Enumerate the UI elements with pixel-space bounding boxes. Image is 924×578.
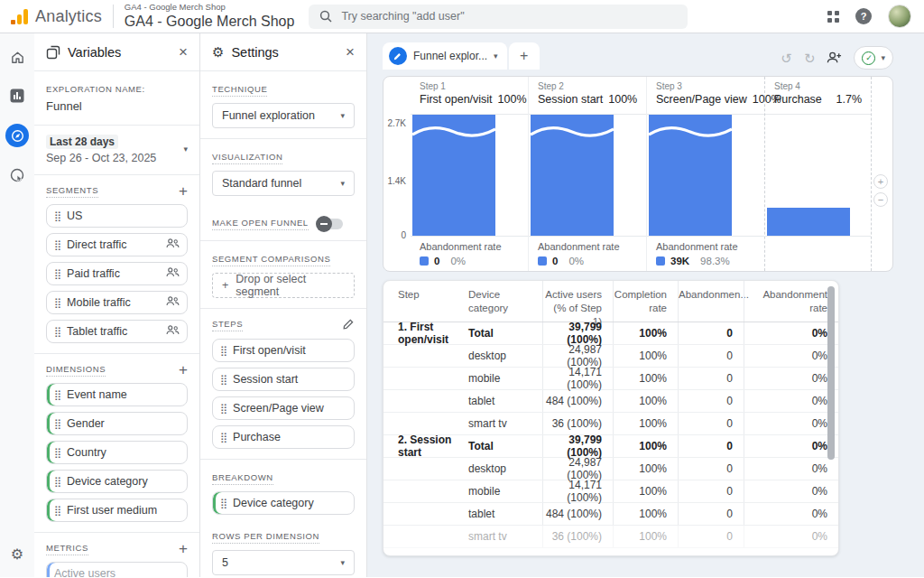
add-metric-button[interactable]: + <box>179 541 188 556</box>
make-open-funnel-toggle[interactable] <box>318 219 343 229</box>
table-column-header[interactable]: Step <box>383 281 468 322</box>
steps-list: ⣿ First open/visit ⣿ Session start ⣿ Scr… <box>212 339 355 449</box>
table-scrollbar[interactable] <box>827 286 835 460</box>
drag-handle-icon[interactable]: ⣿ <box>54 505 60 517</box>
drag-handle-icon[interactable]: ⣿ <box>220 498 226 509</box>
drag-handle-icon[interactable]: ⣿ <box>54 239 60 251</box>
add-segment-button[interactable]: + <box>179 183 188 199</box>
segment-chip[interactable]: ⣿ Tablet traffic <box>46 320 188 343</box>
add-collaborator-icon[interactable] <box>827 51 842 66</box>
metric-chip[interactable]: Active users <box>46 562 188 577</box>
search-input[interactable]: Try searching "add user" <box>309 5 688 29</box>
funnel-step-chip[interactable]: ⣿ Session start <box>212 368 355 391</box>
tab-funnel-exploration[interactable]: Funnel explor... ▾ <box>383 42 507 70</box>
abandonment-value: 0 <box>434 256 439 266</box>
abandonment-value: 39K <box>670 256 689 266</box>
add-tab-button[interactable]: + <box>509 42 540 70</box>
table-row[interactable]: tablet 484 (100%) 100% 0 0% <box>383 503 838 526</box>
help-icon[interactable]: ? <box>855 8 872 24</box>
date-range-selector[interactable]: Last 28 days Sep 26 - Oct 23, 2025 ▾ <box>34 126 199 175</box>
drag-handle-icon[interactable]: ⣿ <box>220 432 226 443</box>
drag-handle-icon[interactable]: ⣿ <box>220 345 226 357</box>
table-row[interactable]: smart tv 36 (100%) 100% 0 0% <box>383 526 838 548</box>
drag-handle-icon[interactable]: ⣿ <box>220 374 226 386</box>
drag-handle-icon[interactable]: ⣿ <box>54 418 60 430</box>
property-selector[interactable]: GA4 - Google Merch Shop GA4 - Google Mer… <box>125 3 295 29</box>
segment-drop-zone[interactable]: + Drop or select segment <box>212 273 355 298</box>
step-name: Session start <box>538 93 603 106</box>
property-name: GA4 - Google Merch Shop <box>125 14 295 30</box>
drag-handle-icon[interactable]: ⣿ <box>54 210 60 222</box>
step-chip-label: Session start <box>233 373 298 386</box>
cell-device-category: tablet <box>468 503 542 525</box>
drag-handle-icon[interactable]: ⣿ <box>54 447 60 459</box>
admin-gear-icon[interactable]: ⚙ <box>11 545 23 563</box>
y-tick-label: 0 <box>401 230 406 240</box>
table-row[interactable]: mobile 14,171 (100%) 100% 0 0% <box>383 368 838 390</box>
advertising-icon[interactable] <box>6 164 28 186</box>
table-row[interactable]: tablet 484 (100%) 100% 0 0% <box>383 390 838 413</box>
segment-chip[interactable]: ⣿ Mobile traffic <box>46 291 188 314</box>
funnel-bar[interactable] <box>531 115 614 236</box>
panel-title: Variables <box>68 45 121 60</box>
funnel-bar[interactable] <box>412 115 495 236</box>
drag-handle-icon[interactable]: ⣿ <box>54 326 60 338</box>
table-row[interactable]: mobile 14,171 (100%) 100% 0 0% <box>383 480 838 503</box>
table-row[interactable]: 2. Session start Total 39,799 (100%) 100… <box>383 435 838 458</box>
breakdown-chip[interactable]: ⣿ Device category <box>212 491 355 515</box>
table-row[interactable]: desktop 24,987 (100%) 100% 0 0% <box>383 345 838 368</box>
apps-grid-icon[interactable] <box>827 11 839 23</box>
table-column-header[interactable]: Active users (% of Step 1) <box>542 281 613 322</box>
breakdown-label: BREAKDOWN <box>212 472 273 485</box>
exploration-name-value[interactable]: Funnel <box>46 99 188 113</box>
segment-chip[interactable]: ⣿ Direct traffic <box>46 233 188 256</box>
dimension-chip[interactable]: ⣿ Device category <box>46 470 188 493</box>
table-row[interactable]: 1. First open/visit Total 39,799 (100%) … <box>383 322 838 345</box>
technique-select[interactable]: Funnel exploration▾ <box>212 103 355 128</box>
funnel-bar[interactable] <box>767 208 850 236</box>
dimension-chip[interactable]: ⣿ Country <box>46 441 188 464</box>
axis-break-wave-icon <box>531 125 614 139</box>
table-column-header[interactable]: Abandonmen... <box>678 281 744 322</box>
table-column-header[interactable]: Device category <box>468 281 542 322</box>
funnel-step-chip[interactable]: ⣿ First open/visit <box>212 339 355 362</box>
dimension-chip[interactable]: ⣿ Event name <box>46 383 188 406</box>
close-icon[interactable]: × <box>179 44 188 60</box>
dimension-chip-label: Gender <box>67 417 105 430</box>
drag-handle-icon[interactable]: ⣿ <box>54 268 60 280</box>
cell-completion-rate: 100% <box>613 503 678 525</box>
avatar[interactable] <box>888 5 911 28</box>
table-column-header[interactable]: Completion rate <box>613 281 678 322</box>
segment-chip[interactable]: ⣿ US <box>46 204 188 228</box>
segment-chip[interactable]: ⣿ Paid traffic <box>46 262 188 285</box>
funnel-bar[interactable] <box>649 115 732 236</box>
undo-icon[interactable]: ↺ <box>781 51 792 65</box>
table-column-header[interactable]: Abandonment rate <box>744 281 838 322</box>
visualization-select[interactable]: Standard funnel▾ <box>212 171 355 196</box>
home-icon[interactable] <box>6 46 28 68</box>
drag-handle-icon[interactable]: ⣿ <box>54 297 60 309</box>
table-row[interactable]: desktop 24,987 (100%) 100% 0 0% <box>383 458 838 480</box>
funnel-step-column: Step 2 Session start 100% Abandonment ra… <box>529 77 647 271</box>
add-dimension-button[interactable]: + <box>179 362 188 378</box>
cell-abandonments: 0 <box>678 526 744 547</box>
zoom-out-button[interactable]: − <box>873 192 888 207</box>
dimension-chip[interactable]: ⣿ First user medium <box>46 499 188 522</box>
dimension-chip-label: Device category <box>67 475 148 488</box>
abandonment-percent: 0% <box>450 256 466 266</box>
funnel-step-chip[interactable]: ⣿ Purchase <box>212 425 355 449</box>
reports-icon[interactable] <box>6 85 28 107</box>
explore-icon[interactable] <box>5 124 29 147</box>
close-icon[interactable]: × <box>346 44 355 60</box>
drag-handle-icon[interactable]: ⣿ <box>54 476 60 488</box>
drag-handle-icon[interactable]: ⣿ <box>220 403 226 415</box>
dimension-chip[interactable]: ⣿ Gender <box>46 412 188 435</box>
edit-steps-pencil-icon[interactable] <box>343 317 355 333</box>
rows-per-dimension-select[interactable]: 5▾ <box>212 550 355 575</box>
saved-status-button[interactable]: ✓ ▾ <box>854 46 893 70</box>
redo-icon[interactable]: ↻ <box>804 51 816 65</box>
funnel-step-chip[interactable]: ⣿ Screen/Page view <box>212 396 355 420</box>
drag-handle-icon[interactable]: ⣿ <box>54 389 60 401</box>
zoom-in-button[interactable]: + <box>873 174 888 189</box>
table-row[interactable]: smart tv 36 (100%) 100% 0 0% <box>383 413 838 435</box>
